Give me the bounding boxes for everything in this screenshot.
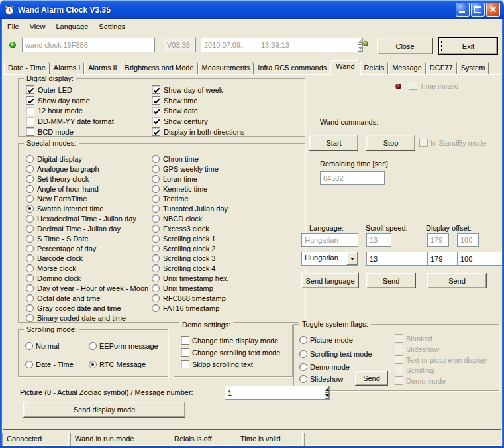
device-name-field[interactable] — [22, 38, 155, 52]
dropdown-arrow-icon[interactable] — [347, 252, 358, 265]
special-mode-radio[interactable]: Digital display — [26, 154, 152, 164]
spin-up-icon[interactable] — [358, 38, 362, 45]
special-mode-radio[interactable]: Hexadecimal Time - Julian day — [26, 213, 152, 223]
menu-language[interactable]: Language — [50, 21, 93, 32]
special-mode-radio[interactable]: Kermetic time — [152, 184, 277, 194]
checkbox-change-scrolling-text[interactable]: Change scrolling text mode — [181, 348, 280, 357]
spinner[interactable] — [325, 386, 330, 400]
picture-number-stepper[interactable] — [225, 386, 250, 400]
checkbox-skip-scrolling-text[interactable]: Skipp scrolling text — [181, 360, 253, 368]
radio-scrolling-text-mode[interactable]: Scrolling text mode — [299, 350, 372, 358]
send-scroll-speed-button[interactable]: Send — [366, 273, 416, 288]
special-mode-radio[interactable]: New EarthTime — [26, 194, 152, 203]
send-display-offset-button[interactable]: Send — [427, 273, 487, 288]
tab-message[interactable]: Message — [388, 62, 426, 74]
special-mode-radio[interactable]: Gray coded date and time — [26, 303, 152, 313]
start-button[interactable]: Start — [309, 135, 358, 151]
radio-date-time[interactable]: Date - Time — [25, 361, 74, 368]
special-mode-radio[interactable]: Scrolling clock 1 — [152, 233, 277, 243]
special-mode-radio[interactable]: Excess3 clock — [152, 223, 277, 233]
exit-button[interactable]: Exit — [438, 37, 498, 55]
special-mode-radio[interactable]: Tuncated Julian day — [152, 203, 277, 213]
close-window-button[interactable] — [486, 3, 500, 17]
checkbox-outer-led[interactable]: Outer LED — [26, 85, 152, 95]
remaining-time-field[interactable] — [320, 171, 385, 185]
special-mode-radio[interactable]: Angle of hour hand — [26, 184, 152, 194]
offset2-input[interactable] — [457, 252, 504, 266]
checkbox-dd-mm-yy[interactable]: DD-MM-YY date format — [26, 116, 152, 127]
special-mode-radio[interactable]: Morse clock — [26, 263, 152, 273]
special-mode-radio[interactable]: Chron time — [152, 154, 277, 164]
offset1-stepper[interactable] — [427, 252, 454, 266]
stop-button[interactable]: Stop — [366, 135, 415, 151]
special-mode-radio[interactable]: Loran time — [152, 174, 277, 184]
minimize-button[interactable] — [456, 3, 470, 17]
radio-picture-mode[interactable]: Picture mode — [299, 336, 353, 344]
checkbox-display-both-directions[interactable]: Display in both directions — [152, 127, 277, 137]
special-mode-radio[interactable]: GPS weekly time — [152, 164, 277, 174]
special-mode-radio[interactable]: Binary coded date and time — [26, 313, 152, 323]
radio-eeprom-message[interactable]: EEPorm message — [89, 342, 158, 350]
checkbox-show-day-name[interactable]: Show day name — [26, 95, 152, 106]
special-mode-radio[interactable]: NBCD clock — [152, 213, 277, 223]
tab-measurements[interactable]: Measurements — [198, 62, 254, 74]
special-mode-radio[interactable]: Tentime — [152, 194, 277, 203]
special-mode-radio[interactable]: Decimal Time - Julian day — [26, 223, 152, 233]
send-display-mode-button[interactable]: Send display mode — [23, 402, 185, 418]
checkbox-show-day-of-week[interactable]: Show day of week — [152, 85, 277, 95]
tab-date-time[interactable]: Date - Time — [4, 62, 50, 74]
radio-normal[interactable]: Normal — [25, 342, 59, 350]
checkbox-show-date[interactable]: Show date — [152, 105, 277, 116]
radio-demo-mode[interactable]: Demo mode — [299, 363, 350, 371]
special-mode-radio-selected[interactable]: Swatch Internet time — [26, 203, 152, 213]
tab-infra-rc5[interactable]: Infra RC5 commands — [254, 62, 330, 74]
radio-slideshow[interactable]: Slideshow — [299, 375, 343, 383]
special-mode-radio[interactable]: Barcode clock — [26, 253, 152, 263]
special-mode-radio[interactable]: Scrolling clock 2 — [152, 243, 277, 253]
send-language-button[interactable]: Send language — [301, 273, 359, 288]
special-mode-radio[interactable]: Domino clock — [26, 273, 152, 283]
tab-wand[interactable]: Wand — [330, 60, 360, 74]
special-mode-radio[interactable]: Analogue bargraph — [26, 164, 152, 174]
spin-up-icon[interactable] — [325, 386, 329, 393]
menu-settings[interactable]: Settings — [93, 21, 130, 32]
special-mode-radio[interactable]: Scrolling clock 3 — [152, 253, 277, 263]
special-mode-radio[interactable]: Set theory clock — [26, 174, 152, 184]
tab-alarms-1[interactable]: Alarms I — [50, 62, 84, 74]
language-select[interactable]: Hungarian — [301, 252, 358, 266]
special-mode-radio[interactable]: FAT16 timestamp — [152, 303, 277, 313]
checkbox-show-century[interactable]: Show century — [152, 116, 277, 127]
picture-number-input[interactable] — [225, 386, 325, 400]
tab-dcf77[interactable]: DCF77 — [426, 62, 457, 74]
radio-rtc-message[interactable]: RTC Message — [89, 361, 146, 368]
checkbox-change-time-display[interactable]: Change time display mode — [181, 336, 278, 345]
special-mode-radio[interactable]: Day of year - Hour of week - Moon — [26, 283, 152, 293]
tab-alarms-2[interactable]: Alarms II — [84, 62, 121, 74]
time-field[interactable] — [258, 38, 299, 52]
time-input[interactable] — [258, 38, 358, 52]
special-mode-radio[interactable]: Unix timestamp — [152, 283, 277, 293]
maximize-button[interactable] — [471, 3, 485, 17]
menu-file[interactable]: File — [2, 21, 25, 32]
tab-relais[interactable]: Relais — [360, 62, 389, 74]
close-connection-button[interactable]: Close — [377, 38, 433, 54]
special-mode-radio[interactable]: Percentage of day — [26, 243, 152, 253]
spin-down-icon[interactable] — [358, 45, 362, 52]
checkbox-12-hour-mode[interactable]: 12 hour mode — [26, 105, 152, 116]
offset2-stepper[interactable] — [457, 252, 483, 266]
tab-system[interactable]: System — [457, 62, 489, 74]
special-mode-radio[interactable]: RFC868 timestamp — [152, 293, 277, 303]
titlebar[interactable]: Wand Alarm Clock V3.35 — [0, 0, 504, 19]
special-mode-radio[interactable]: Octal date and time — [26, 293, 152, 303]
date-field[interactable] — [201, 38, 244, 52]
checkbox-show-time[interactable]: Show time — [152, 95, 277, 106]
menu-view[interactable]: View — [25, 21, 51, 32]
time-spinner[interactable] — [358, 38, 363, 52]
spin-down-icon[interactable] — [325, 393, 329, 400]
special-mode-radio[interactable]: S Time - S Date — [26, 233, 152, 243]
tab-brightness-mode[interactable]: Brightness and Mode — [121, 62, 198, 74]
checkbox-bcd-mode[interactable]: BCD mode — [26, 127, 152, 137]
special-mode-radio[interactable]: Unix timestamp hex. — [152, 273, 277, 283]
special-mode-radio[interactable]: Scrolling clock 4 — [152, 263, 277, 273]
scroll-speed-stepper[interactable] — [366, 252, 393, 266]
